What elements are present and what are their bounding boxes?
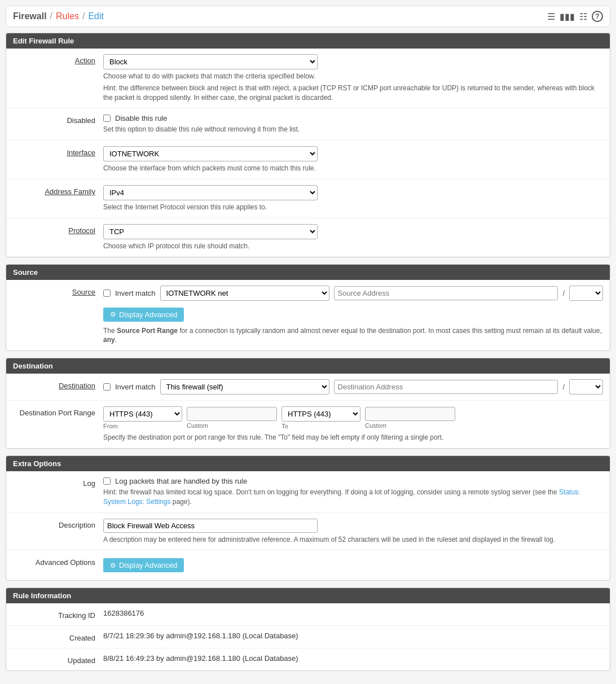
disabled-checkbox[interactable] [103,115,111,122]
save-area: 💾 Save [6,678,610,684]
rule-information-header: Rule Information [6,588,610,603]
created-content: 8/7/21 18:29:36 by admin@192.168.1.180 (… [103,632,603,640]
disabled-checkbox-label[interactable]: Disable this rule [103,114,603,122]
protocol-row: Protocol TCP UDP TCP/UDP ICMP any Choose… [6,218,610,257]
disabled-hint: Set this option to disable this rule wit… [103,125,603,134]
source-header: Source [6,265,610,280]
interface-select[interactable]: IOTNETWORK WAN LAN [103,146,318,161]
destination-section: Destination Destination Invert match Thi… [6,358,610,449]
action-hint2: Hint: the difference between block and r… [103,84,603,103]
destination-header: Destination [6,358,610,374]
destination-network-select[interactable]: This firewall (self) any LAN net WAN net… [160,379,329,394]
advanced-options-display-button[interactable]: ⚙ Display Advanced [103,558,184,572]
address-family-label: Address Family [13,185,103,196]
from-port-select[interactable]: HTTPS (443) HTTP (80) any (other) [103,406,182,422]
destination-invert-label[interactable]: Invert match [103,383,156,391]
source-address-input[interactable] [334,286,558,300]
breadcrumb-rules[interactable]: Rules [56,11,79,21]
action-label: Action [13,54,103,65]
destination-port-range-row: Destination Port Range HTTPS (443) HTTP … [6,401,610,448]
disabled-checkbox-text: Disable this rule [115,114,168,122]
address-family-hint: Select the Internet Protocol version thi… [103,203,603,212]
updated-value: 8/8/21 16:49:23 by admin@192.168.1.180 (… [103,654,298,663]
separator1: / [50,11,52,21]
breadcrumb-edit: Edit [88,11,104,21]
grid-icon[interactable]: ☷ [579,11,587,22]
protocol-content: TCP UDP TCP/UDP ICMP any Choose which IP… [103,224,603,251]
destination-invert-checkbox[interactable] [103,383,111,391]
interface-hint: Choose the interface from which packets … [103,164,603,173]
interface-content: IOTNETWORK WAN LAN Choose the interface … [103,146,603,173]
tracking-id-value: 1628386176 [103,609,144,617]
protocol-hint: Choose which IP protocol this rule shoul… [103,242,603,251]
disabled-row: Disabled Disable this rule Set this opti… [6,108,610,141]
edit-firewall-rule-section: Edit Firewall Rule Action Block Pass Rej… [6,33,610,257]
log-label: Log [13,477,103,488]
description-input[interactable] [103,519,318,533]
action-row: Action Block Pass Reject Choose what to … [6,49,610,108]
destination-port-range-content: HTTPS (443) HTTP (80) any (other) From C… [103,406,603,442]
description-hint: A description may be entered here for ad… [103,535,603,545]
source-invert-checkbox[interactable] [103,290,111,297]
tracking-id-row: Tracking ID 1628386176 [6,603,610,626]
from-custom-label: Custom [187,422,277,429]
log-checkbox[interactable] [103,477,111,485]
source-advanced-area: ⚙ Display Advanced [103,305,603,324]
advanced-options-content: ⚙ Display Advanced [103,556,603,575]
source-cidr-select[interactable] [569,286,603,301]
tracking-id-label: Tracking ID [13,609,103,620]
source-row: Source Invert match IOTNETWORK net any L… [6,280,610,351]
protocol-select[interactable]: TCP UDP TCP/UDP ICMP any [103,224,318,239]
protocol-label: Protocol [13,224,103,235]
to-label: To [281,423,360,429]
interface-row: Interface IOTNETWORK WAN LAN Choose the … [6,141,610,179]
action-select[interactable]: Block Pass Reject [103,54,318,69]
description-label: Description [13,519,103,529]
address-family-content: IPv4 IPv6 IPv4+IPv6 Select the Internet … [103,185,603,212]
advanced-options-label: Advanced Options [13,556,103,567]
destination-row: Destination Invert match This firewall (… [6,374,610,401]
to-port-select[interactable]: HTTPS (443) HTTP (80) any (other) [281,406,360,422]
to-custom-group: Custom [365,407,455,429]
to-custom-input[interactable] [365,407,455,421]
header-icons: ☰ ▮▮▮ ☷ ? [547,11,603,22]
from-custom-input[interactable] [187,407,277,421]
destination-address-input[interactable] [334,380,558,394]
log-checkbox-label[interactable]: Log packets that are handled by this rul… [103,477,603,485]
advanced-options-gear-icon: ⚙ [110,562,116,569]
action-content: Block Pass Reject Choose what to do with… [103,54,603,102]
from-custom-group: Custom [187,407,277,429]
source-network-select[interactable]: IOTNETWORK net any LAN net WAN net [160,286,329,301]
chart-icon[interactable]: ▮▮▮ [560,11,575,22]
log-hint: Hint: the firewall has limited local log… [103,488,603,507]
source-content: Invert match IOTNETWORK net any LAN net … [103,286,603,345]
log-content: Log packets that are handled by this rul… [103,477,603,507]
address-family-select[interactable]: IPv4 IPv6 IPv4+IPv6 [103,185,318,200]
edit-firewall-rule-header: Edit Firewall Rule [6,33,610,49]
updated-content: 8/8/21 16:49:23 by admin@192.168.1.180 (… [103,654,603,663]
tracking-id-content: 1628386176 [103,609,603,617]
created-row: Created 8/7/21 18:29:36 by admin@192.168… [6,626,610,648]
updated-row: Updated 8/8/21 16:49:23 by admin@192.168… [6,648,610,670]
advanced-options-btn-text: Display Advanced [119,561,177,569]
source-section: Source Source Invert match IOTNETWORK ne… [6,264,610,352]
from-group: HTTPS (443) HTTP (80) any (other) From [103,406,182,429]
bars-icon[interactable]: ☰ [547,11,555,22]
source-display-advanced-button[interactable]: ⚙ Display Advanced [103,308,184,322]
log-hint-link[interactable]: Status: System Logs: Settings [103,488,580,506]
rule-information-section: Rule Information Tracking ID 1628386176 … [6,587,610,671]
log-row: Log Log packets that are handled by this… [6,471,610,513]
source-advanced-btn-text: Display Advanced [119,310,177,319]
extra-options-section: Extra Options Log Log packets that are h… [6,455,610,581]
source-invert-text: Invert match [115,289,156,297]
extra-options-header: Extra Options [6,456,610,471]
help-icon[interactable]: ? [592,11,603,22]
source-gear-icon: ⚙ [110,310,116,318]
source-invert-label[interactable]: Invert match [103,289,156,297]
created-value: 8/7/21 18:29:36 by admin@192.168.1.180 (… [103,632,298,640]
destination-port-range-label: Destination Port Range [13,406,103,417]
source-inline-row: Invert match IOTNETWORK net any LAN net … [103,286,603,301]
destination-cidr-select[interactable] [569,379,603,394]
separator2: / [82,11,85,21]
interface-label: Interface [13,146,103,157]
